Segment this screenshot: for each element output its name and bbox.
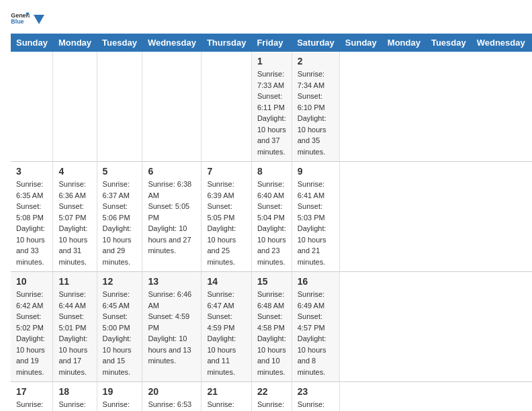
header-day-monday: Monday — [382, 34, 426, 52]
day-number: 12 — [103, 276, 137, 287]
header-sunday: Sunday — [11, 34, 53, 52]
calendar-cell — [142, 52, 202, 162]
day-number: 1 — [257, 56, 286, 66]
calendar-cell: 16Sunrise: 6:49 AMSunset: 4:57 PMDayligh… — [292, 272, 340, 382]
calendar-cell: 5Sunrise: 6:37 AMSunset: 5:06 PMDaylight… — [97, 162, 142, 272]
day-number: 18 — [58, 386, 91, 397]
day-info: Sunrise: 6:56 AMSunset: 4:53 PMDaylight:… — [298, 399, 335, 411]
day-info: Sunrise: 7:33 AMSunset: 6:11 PMDaylight:… — [257, 68, 286, 157]
calendar-cell — [97, 52, 142, 162]
day-info: Sunrise: 6:35 AMSunset: 5:08 PMDaylight:… — [16, 179, 47, 267]
day-number: 4 — [58, 166, 91, 177]
day-number: 6 — [148, 166, 195, 177]
day-info: Sunrise: 7:34 AMSunset: 6:10 PMDaylight:… — [298, 68, 335, 157]
day-number: 5 — [103, 166, 137, 177]
day-number: 9 — [298, 166, 335, 177]
calendar-cell — [53, 52, 97, 162]
day-info: Sunrise: 6:37 AMSunset: 5:06 PMDaylight:… — [103, 179, 137, 267]
header-thursday: Thursday — [202, 34, 252, 52]
day-number: 11 — [58, 276, 91, 287]
logo-triangle-icon — [34, 15, 44, 24]
header-friday: Friday — [251, 34, 292, 52]
day-info: Sunrise: 6:44 AMSunset: 5:01 PMDaylight:… — [58, 289, 91, 377]
calendar-cell: 2Sunrise: 7:34 AMSunset: 6:10 PMDaylight… — [292, 52, 340, 162]
calendar-cell: 15Sunrise: 6:48 AMSunset: 4:58 PMDayligh… — [251, 272, 292, 382]
day-info: Sunrise: 6:49 AMSunset: 4:57 PMDaylight:… — [298, 289, 335, 377]
day-info: Sunrise: 6:41 AMSunset: 5:03 PMDaylight:… — [298, 179, 335, 267]
calendar-cell: 13Sunrise: 6:46 AMSunset: 4:59 PMDayligh… — [142, 272, 202, 382]
day-number: 15 — [257, 276, 286, 287]
calendar-cell: 9Sunrise: 6:41 AMSunset: 5:03 PMDaylight… — [292, 162, 340, 272]
calendar-week-row: 10Sunrise: 6:42 AMSunset: 5:02 PMDayligh… — [11, 272, 532, 382]
day-info: Sunrise: 6:54 AMSunset: 4:54 PMDaylight:… — [207, 399, 246, 411]
day-number: 22 — [257, 386, 286, 397]
day-info: Sunrise: 6:53 AMSunset: 4:55 PMDaylight:… — [148, 399, 195, 411]
day-number: 8 — [257, 166, 286, 177]
calendar-cell: 11Sunrise: 6:44 AMSunset: 5:01 PMDayligh… — [53, 272, 97, 382]
calendar-week-row: 17Sunrise: 6:50 AMSunset: 4:57 PMDayligh… — [11, 382, 532, 412]
calendar-cell: 4Sunrise: 6:36 AMSunset: 5:07 PMDaylight… — [53, 162, 97, 272]
header-day-tuesday: Tuesday — [426, 34, 472, 52]
header: General Blue — [11, 11, 521, 26]
calendar-cell: 8Sunrise: 6:40 AMSunset: 5:04 PMDaylight… — [251, 162, 292, 272]
header-saturday: Saturday — [292, 34, 340, 52]
calendar-cell: 19Sunrise: 6:52 AMSunset: 4:55 PMDayligh… — [97, 382, 142, 412]
calendar-cell: 7Sunrise: 6:39 AMSunset: 5:05 PMDaylight… — [202, 162, 252, 272]
day-info: Sunrise: 6:40 AMSunset: 5:04 PMDaylight:… — [257, 179, 286, 267]
calendar-cell: 6Sunrise: 6:38 AMSunset: 5:05 PMDaylight… — [142, 162, 202, 272]
day-number: 2 — [298, 56, 335, 66]
day-info: Sunrise: 6:55 AMSunset: 4:54 PMDaylight:… — [257, 399, 286, 411]
calendar-cell: 12Sunrise: 6:45 AMSunset: 5:00 PMDayligh… — [97, 272, 142, 382]
day-number: 23 — [298, 386, 335, 397]
day-number: 20 — [148, 386, 195, 397]
day-info: Sunrise: 6:47 AMSunset: 4:59 PMDaylight:… — [207, 289, 246, 377]
calendar-cell: 10Sunrise: 6:42 AMSunset: 5:02 PMDayligh… — [11, 272, 53, 382]
calendar-cell: 17Sunrise: 6:50 AMSunset: 4:57 PMDayligh… — [11, 382, 53, 412]
day-number: 7 — [207, 166, 246, 177]
calendar-cell: 18Sunrise: 6:51 AMSunset: 4:56 PMDayligh… — [53, 382, 97, 412]
calendar-cell: 3Sunrise: 6:35 AMSunset: 5:08 PMDaylight… — [11, 162, 53, 272]
day-info: Sunrise: 6:52 AMSunset: 4:55 PMDaylight:… — [103, 399, 137, 411]
day-number: 14 — [207, 276, 246, 287]
day-info: Sunrise: 6:38 AMSunset: 5:05 PMDaylight:… — [148, 179, 195, 257]
day-number: 13 — [148, 276, 195, 287]
day-number: 21 — [207, 386, 246, 397]
day-info: Sunrise: 6:48 AMSunset: 4:58 PMDaylight:… — [257, 289, 286, 377]
calendar-cell — [202, 52, 252, 162]
header-wednesday: Wednesday — [142, 34, 202, 52]
day-info: Sunrise: 6:50 AMSunset: 4:57 PMDaylight:… — [16, 399, 47, 411]
header-day-wednesday: Wednesday — [472, 34, 531, 52]
calendar-cell: 14Sunrise: 6:47 AMSunset: 4:59 PMDayligh… — [202, 272, 252, 382]
calendar-cell: 23Sunrise: 6:56 AMSunset: 4:53 PMDayligh… — [292, 382, 340, 412]
calendar-header-row: SundayMondayTuesdayWednesdayThursdayFrid… — [11, 34, 532, 52]
day-number: 3 — [16, 166, 47, 177]
calendar-cell: 20Sunrise: 6:53 AMSunset: 4:55 PMDayligh… — [142, 382, 202, 412]
svg-marker-3 — [34, 15, 44, 24]
calendar-table: SundayMondayTuesdayWednesdayThursdayFrid… — [11, 34, 532, 411]
svg-text:Blue: Blue — [11, 18, 24, 25]
header-day-sunday: Sunday — [340, 34, 382, 52]
header-tuesday: Tuesday — [97, 34, 142, 52]
day-info: Sunrise: 6:36 AMSunset: 5:07 PMDaylight:… — [58, 179, 91, 267]
header-monday: Monday — [53, 34, 97, 52]
calendar-week-row: 1Sunrise: 7:33 AMSunset: 6:11 PMDaylight… — [11, 52, 532, 162]
day-info: Sunrise: 6:45 AMSunset: 5:00 PMDaylight:… — [103, 289, 137, 377]
logo: General Blue — [11, 11, 44, 26]
day-info: Sunrise: 6:51 AMSunset: 4:56 PMDaylight:… — [58, 399, 91, 411]
calendar-cell: 21Sunrise: 6:54 AMSunset: 4:54 PMDayligh… — [202, 382, 252, 412]
logo-icon: General Blue — [11, 11, 30, 26]
calendar-cell: 22Sunrise: 6:55 AMSunset: 4:54 PMDayligh… — [251, 382, 292, 412]
calendar-week-row: 3Sunrise: 6:35 AMSunset: 5:08 PMDaylight… — [11, 162, 532, 272]
day-number: 19 — [103, 386, 137, 397]
day-info: Sunrise: 6:42 AMSunset: 5:02 PMDaylight:… — [16, 289, 47, 377]
day-info: Sunrise: 6:39 AMSunset: 5:05 PMDaylight:… — [207, 179, 246, 267]
calendar-cell: 1Sunrise: 7:33 AMSunset: 6:11 PMDaylight… — [251, 52, 292, 162]
day-number: 16 — [298, 276, 335, 287]
day-info: Sunrise: 6:46 AMSunset: 4:59 PMDaylight:… — [148, 289, 195, 367]
calendar-cell — [11, 52, 53, 162]
day-number: 10 — [16, 276, 47, 287]
day-number: 17 — [16, 386, 47, 397]
